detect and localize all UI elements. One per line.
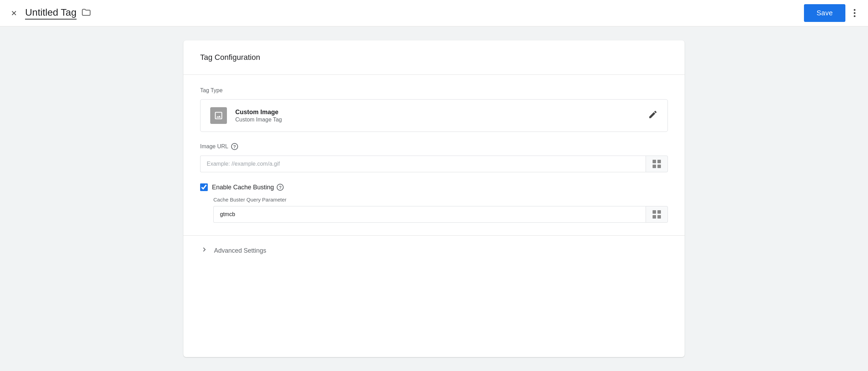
tag-type-label: Tag Type bbox=[200, 87, 668, 94]
folder-icon[interactable] bbox=[81, 7, 92, 19]
cache-buster-query-label: Cache Buster Query Parameter bbox=[213, 197, 668, 203]
image-url-group: Image URL ? bbox=[200, 143, 668, 172]
tag-config-card: Tag Configuration Tag Type Custom Image bbox=[183, 40, 685, 357]
image-url-input-row bbox=[200, 156, 668, 172]
cache-busting-checkbox-wrapper[interactable]: Enable Cache Busting ? bbox=[200, 183, 284, 191]
tag-type-selector[interactable]: Custom Image Custom Image Tag bbox=[200, 99, 668, 132]
cache-buster-sub-field: Cache Buster Query Parameter bbox=[200, 197, 668, 223]
card-header: Tag Configuration bbox=[183, 40, 685, 74]
edit-tag-type-icon[interactable] bbox=[648, 110, 658, 122]
page-title: Untitled Tag bbox=[25, 7, 76, 19]
advanced-settings-section: Advanced Settings bbox=[183, 235, 685, 266]
svg-rect-0 bbox=[653, 160, 656, 163]
section-title: Tag Configuration bbox=[200, 53, 668, 62]
close-icon[interactable]: × bbox=[10, 7, 18, 19]
title-area: Untitled Tag bbox=[25, 7, 92, 19]
advanced-settings-label: Advanced Settings bbox=[214, 247, 266, 254]
form-section: Tag Type Custom Image Custom Image Tag bbox=[183, 75, 685, 235]
variable-icon bbox=[652, 159, 661, 168]
image-url-add-variable-button[interactable] bbox=[646, 156, 668, 172]
header-left: × Untitled Tag bbox=[10, 7, 92, 19]
advanced-settings-toggle[interactable]: Advanced Settings bbox=[200, 245, 668, 256]
svg-rect-3 bbox=[657, 165, 661, 168]
svg-rect-6 bbox=[653, 215, 656, 219]
cache-busting-help-icon[interactable]: ? bbox=[277, 184, 284, 191]
svg-rect-7 bbox=[657, 215, 661, 219]
cache-buster-add-variable-button[interactable] bbox=[646, 206, 668, 223]
svg-rect-2 bbox=[653, 165, 656, 168]
image-url-help-icon[interactable]: ? bbox=[231, 143, 238, 150]
svg-rect-4 bbox=[653, 210, 656, 214]
save-button[interactable]: Save bbox=[804, 4, 845, 22]
variable-icon-2 bbox=[652, 210, 661, 219]
tag-type-description: Custom Image Tag bbox=[235, 117, 282, 123]
tag-type-name: Custom Image bbox=[235, 109, 282, 116]
tag-type-thumbnail bbox=[210, 107, 227, 124]
image-url-input[interactable] bbox=[200, 156, 646, 172]
header-right: Save bbox=[804, 4, 858, 22]
more-menu-button[interactable] bbox=[851, 6, 858, 20]
cache-busting-checkbox[interactable] bbox=[200, 183, 208, 191]
cache-buster-input-row bbox=[213, 206, 668, 223]
chevron-right-icon bbox=[200, 245, 208, 256]
cache-busting-row: Enable Cache Busting ? bbox=[200, 183, 668, 191]
tag-type-info-left: Custom Image Custom Image Tag bbox=[210, 107, 282, 124]
cache-buster-query-input[interactable] bbox=[213, 206, 646, 223]
cache-busting-label: Enable Cache Busting ? bbox=[212, 184, 284, 191]
header: × Untitled Tag Save bbox=[0, 0, 868, 26]
svg-rect-1 bbox=[657, 160, 661, 163]
tag-type-details: Custom Image Custom Image Tag bbox=[235, 109, 282, 123]
svg-rect-5 bbox=[657, 210, 661, 214]
main-content: Tag Configuration Tag Type Custom Image bbox=[0, 26, 868, 371]
image-url-label: Image URL ? bbox=[200, 143, 668, 150]
